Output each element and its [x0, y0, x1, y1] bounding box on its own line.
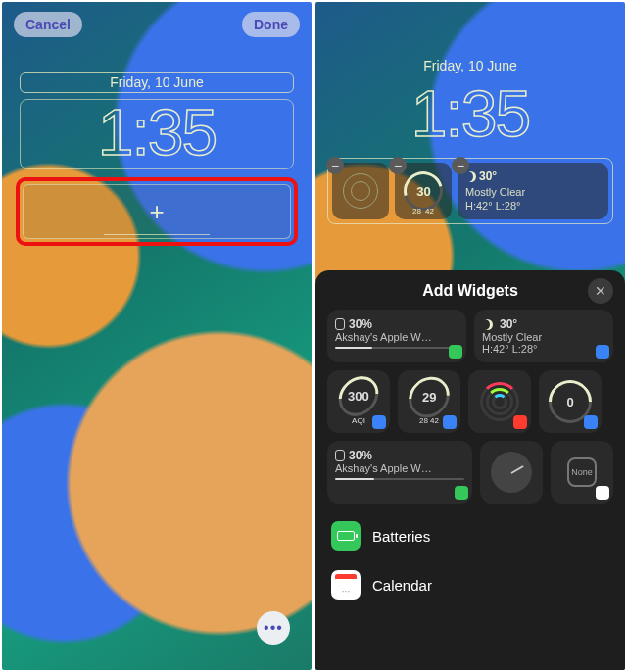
done-button[interactable]: Done: [242, 12, 300, 37]
cancel-button[interactable]: Cancel: [14, 12, 82, 37]
widget-row[interactable]: − − 30 2842 − 30° Mostly Clear H:42° L:2…: [327, 158, 613, 224]
calendar-app-icon: [596, 486, 609, 500]
calendar-icon: [331, 570, 361, 600]
batteries-app-icon: [449, 345, 462, 359]
clock-icon: [491, 452, 532, 493]
widget-weather[interactable]: − 30° Mostly Clear H:42° L:28°: [458, 163, 608, 219]
plus-icon: +: [149, 197, 164, 227]
time-display: 1:35: [21, 100, 293, 168]
weather-app-icon: [596, 345, 609, 359]
widget-aqi[interactable]: − 30 2842: [395, 163, 452, 219]
watch-icon: [335, 450, 345, 461]
widget-card-watch-battery[interactable]: 30% Akshay's Apple W…: [327, 310, 466, 362]
moon-icon: [482, 319, 493, 330]
remove-widget-icon[interactable]: −: [326, 157, 344, 174]
remove-widget-icon[interactable]: −: [452, 157, 469, 174]
widget-card-aqi[interactable]: 300 AQI: [327, 370, 390, 433]
weather-app-icon: [584, 415, 598, 429]
widget-card-uv[interactable]: 0: [539, 370, 602, 433]
close-icon: ✕: [595, 283, 606, 299]
batteries-app-icon: [455, 486, 468, 500]
right-screenshot: Friday, 10 June 1:35 − − 30 2842 − 30° M…: [315, 2, 625, 670]
category-calendar[interactable]: Calendar: [327, 560, 613, 609]
watch-icon: [335, 318, 345, 330]
close-button[interactable]: ✕: [588, 278, 613, 304]
widget-card-activity[interactable]: [468, 370, 531, 433]
clock-field[interactable]: 1:35: [20, 99, 294, 169]
clock-display: 1:35: [333, 81, 607, 150]
widget-card-watch-battery-2[interactable]: 30% Akshay's Apple W…: [327, 441, 472, 504]
sheet-title: Add Widgets: [422, 282, 518, 300]
ellipsis-icon: •••: [264, 619, 283, 637]
moon-icon: [465, 171, 476, 182]
date-display: Friday, 10 June: [333, 57, 607, 75]
weather-app-icon: [372, 415, 386, 429]
widget-card-clock[interactable]: [480, 441, 543, 504]
remove-widget-icon[interactable]: −: [389, 157, 407, 174]
fitness-app-icon: [513, 415, 527, 429]
radar-icon: [343, 173, 378, 209]
widget-card-none[interactable]: None: [551, 441, 613, 504]
widget-card-aqi-range[interactable]: 29 28 42: [398, 370, 460, 433]
widget-radar[interactable]: −: [332, 163, 389, 219]
weather-app-icon: [443, 415, 457, 429]
calendar-none-icon: None: [567, 457, 597, 487]
left-screenshot: Cancel Done Friday, 10 June 1:35 + •••: [2, 2, 312, 670]
batteries-icon: [331, 521, 361, 551]
category-batteries[interactable]: Batteries: [327, 511, 613, 560]
widget-card-weather[interactable]: 30° Mostly Clear H:42° L:28°: [474, 310, 613, 362]
add-widgets-sheet: Add Widgets ✕ 30% Akshay's Apple W… 30° …: [315, 270, 625, 670]
add-widget-slot-highlighted[interactable]: +: [16, 177, 298, 246]
more-button[interactable]: •••: [257, 611, 290, 645]
date-field[interactable]: Friday, 10 June: [20, 72, 294, 93]
